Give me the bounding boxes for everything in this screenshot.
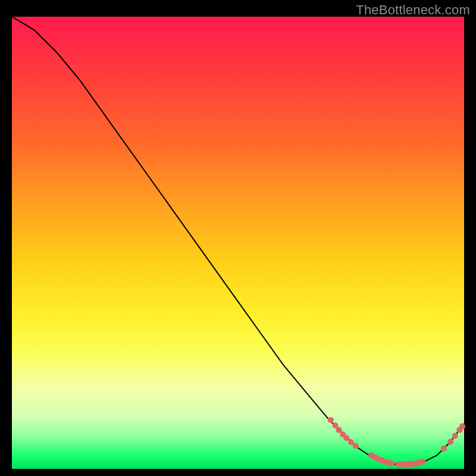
data-marker xyxy=(441,446,447,452)
data-marker xyxy=(353,443,359,449)
data-marker xyxy=(343,435,349,441)
data-marker xyxy=(336,427,342,433)
data-marker xyxy=(389,461,394,466)
watermark-label: TheBottleneck.com xyxy=(356,2,470,18)
data-marker xyxy=(459,424,465,430)
data-markers xyxy=(328,417,465,468)
bottleneck-line xyxy=(12,17,464,464)
data-marker xyxy=(419,459,425,465)
data-marker xyxy=(447,439,453,444)
curve-svg xyxy=(12,17,464,469)
chart-frame: TheBottleneck.com xyxy=(0,0,476,476)
plot-area xyxy=(12,17,464,469)
data-marker xyxy=(452,433,458,439)
data-marker xyxy=(328,417,334,423)
